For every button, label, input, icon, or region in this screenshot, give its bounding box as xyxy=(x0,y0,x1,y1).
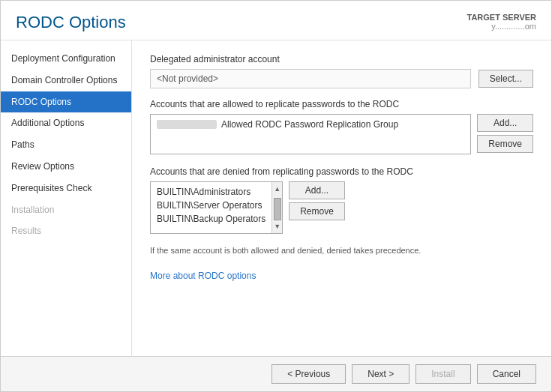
denied-list-buttons: Add... Remove xyxy=(289,181,345,220)
delegated-admin-label: Delegated administrator account xyxy=(150,54,533,64)
next-button[interactable]: Next > xyxy=(352,364,410,384)
target-server-name: y.............om xyxy=(491,22,536,31)
denied-add-button[interactable]: Add... xyxy=(289,181,345,199)
target-server-info: TARGET SERVER y.............om xyxy=(467,13,537,31)
scrollbar[interactable]: ▲ ▼ xyxy=(272,182,282,233)
delegated-admin-row: <Not provided> Select... xyxy=(150,69,533,88)
previous-button[interactable]: < Previous xyxy=(272,364,346,384)
note-text: If the same account is both allowed and … xyxy=(150,246,533,255)
allowed-remove-button[interactable]: Remove xyxy=(477,135,533,153)
denied-label: Accounts that are denied from replicatin… xyxy=(150,166,533,177)
target-server-label: TARGET SERVER xyxy=(467,13,537,22)
dialog-title: RODC Options xyxy=(16,13,126,32)
denied-list-box: BUILTIN\Administrators BUILTIN\Server Op… xyxy=(150,181,283,234)
denied-list-with-buttons: BUILTIN\Administrators BUILTIN\Server Op… xyxy=(150,181,533,234)
sidebar-item-results: Results xyxy=(1,220,131,242)
sidebar-item-rodc-options[interactable]: RODC Options xyxy=(1,91,131,113)
sidebar-item-deployment-configuration[interactable]: Deployment Configuration xyxy=(1,48,131,70)
scroll-up-arrow[interactable]: ▲ xyxy=(274,184,280,194)
list-item[interactable]: BUILTIN\Administrators xyxy=(154,185,268,199)
install-button[interactable]: Install xyxy=(416,364,470,384)
more-link-container: More about RODC options xyxy=(150,270,533,281)
allowed-label: Accounts that are allowed to replicate p… xyxy=(150,99,533,109)
denied-remove-button[interactable]: Remove xyxy=(289,202,345,220)
scroll-down-arrow[interactable]: ▼ xyxy=(274,221,280,232)
select-button[interactable]: Select... xyxy=(478,70,533,88)
sidebar-item-review-options[interactable]: Review Options xyxy=(1,156,131,178)
content-area: Delegated administrator account <Not pro… xyxy=(132,40,551,356)
allowed-add-button[interactable]: Add... xyxy=(477,114,533,132)
sidebar-item-additional-options[interactable]: Additional Options xyxy=(1,112,131,134)
cancel-button[interactable]: Cancel xyxy=(477,364,536,384)
denied-section: Accounts that are denied from replicatin… xyxy=(150,166,533,234)
sidebar-item-paths[interactable]: Paths xyxy=(1,134,131,156)
delegated-admin-value: <Not provided> xyxy=(150,69,471,88)
scrollbar-thumb[interactable] xyxy=(274,198,281,220)
allowed-section: Accounts that are allowed to replicate p… xyxy=(150,99,533,154)
allowed-list-buttons: Add... Remove xyxy=(477,114,533,153)
sidebar: Deployment Configuration Domain Controll… xyxy=(1,40,132,356)
more-link[interactable]: More about RODC options xyxy=(150,271,256,281)
footer: < Previous Next > Install Cancel xyxy=(1,356,551,391)
list-item[interactable]: Allowed RODC Password Replication Group xyxy=(154,118,467,131)
main-area: Deployment Configuration Domain Controll… xyxy=(1,40,551,356)
denied-list-items: BUILTIN\Administrators BUILTIN\Server Op… xyxy=(151,182,272,233)
allowed-list-with-buttons: Allowed RODC Password Replication Group … xyxy=(150,114,533,154)
dialog: RODC Options TARGET SERVER y............… xyxy=(0,0,552,392)
top-bar: RODC Options TARGET SERVER y............… xyxy=(1,1,551,40)
sidebar-item-domain-controller-options[interactable]: Domain Controller Options xyxy=(1,70,131,91)
list-item[interactable]: BUILTIN\Backup Operators xyxy=(154,212,268,226)
sidebar-item-installation: Installation xyxy=(1,199,131,221)
sidebar-item-prerequisites-check[interactable]: Prerequisites Check xyxy=(1,178,131,199)
allowed-list-box: Allowed RODC Password Replication Group xyxy=(150,114,471,154)
list-item[interactable]: BUILTIN\Server Operators xyxy=(154,199,268,212)
